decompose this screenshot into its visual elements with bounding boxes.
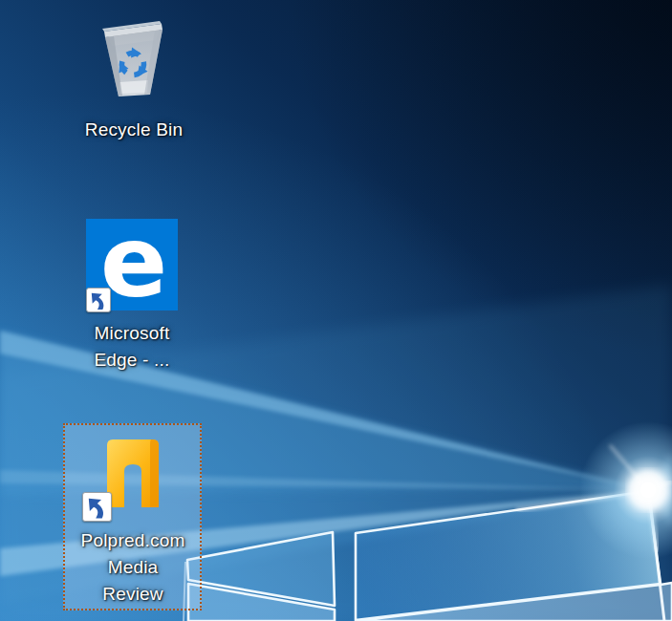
shortcut-arrow-icon xyxy=(86,288,111,312)
desktop: Recycle Bin e Microsoft Edge - ... xyxy=(0,0,672,621)
polpred-label-line2: Media xyxy=(37,554,228,581)
desktop-icon-polpred-media-review[interactable]: Polpred.com Media Review xyxy=(63,423,202,610)
edge-label-line1: Microsoft xyxy=(36,320,228,347)
edge-label-line2: Edge - ... xyxy=(36,347,228,374)
desktop-icon-microsoft-edge[interactable]: e Microsoft Edge - ... xyxy=(61,214,205,386)
recycle-bin-label: Recycle Bin xyxy=(38,117,229,143)
recycle-bin-icon xyxy=(92,11,176,105)
shortcut-arrow-icon xyxy=(82,492,112,522)
edge-label: Microsoft Edge - ... xyxy=(36,320,228,374)
polpred-logo-icon xyxy=(104,437,162,507)
desktop-icon-recycle-bin[interactable]: Recycle Bin xyxy=(61,6,206,141)
polpred-label-line3: Review xyxy=(37,581,228,608)
polpred-label: Polpred.com Media Review xyxy=(37,527,228,608)
polpred-label-line1: Polpred.com xyxy=(37,527,228,554)
